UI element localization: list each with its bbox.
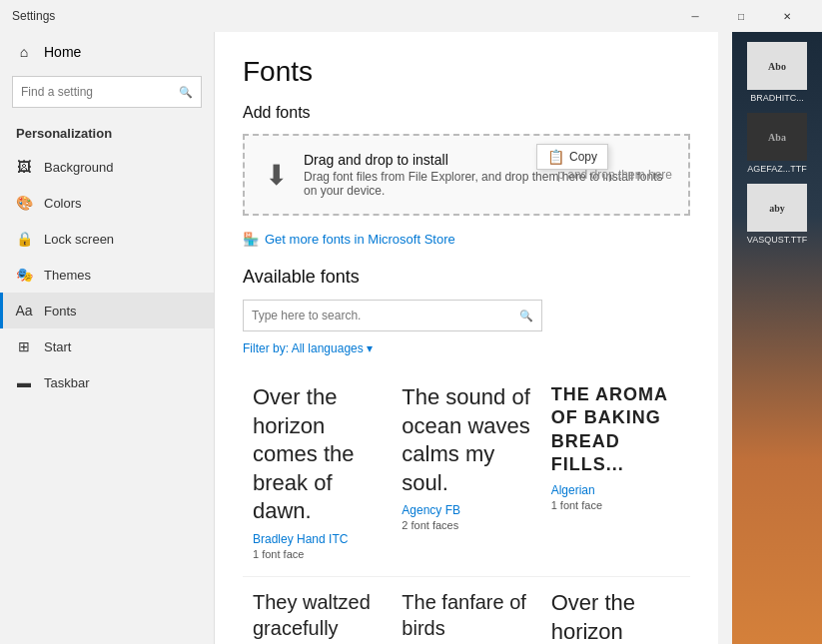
font-preview: Over the horizon comes the break of dawn…: [253, 383, 382, 526]
fonts-search[interactable]: 🔍: [243, 300, 542, 331]
sidebar-section-title: Personalization: [0, 120, 214, 149]
titlebar-controls: ─ □ ✕: [672, 0, 810, 32]
main-content: Fonts Add fonts ⬇ Drag and drop to insta…: [215, 32, 718, 644]
sidebar-item-home[interactable]: ⌂ Home: [0, 32, 214, 72]
desktop-icons: Abo BRADHITC... Aba AGEFAZ...TTF aby VAS…: [742, 42, 812, 245]
font-name: Algerian: [551, 483, 680, 497]
titlebar: Settings ─ □ ✕: [0, 0, 822, 32]
filter-label: Filter by:: [243, 341, 289, 355]
font-preview: They waltzed gracefully through the air.: [253, 589, 382, 644]
fonts-icon: Aa: [16, 303, 32, 319]
copy-label: Copy: [569, 150, 597, 164]
drop-zone-main-text: Drag and drop to install: [304, 152, 668, 168]
background-icon: 🖼: [16, 159, 32, 175]
start-icon: ⊞: [16, 338, 32, 354]
filter-bar: Filter by: All languages ▾: [243, 341, 690, 355]
drop-zone[interactable]: ⬇ Drag and drop to install Drag font fil…: [243, 134, 690, 216]
font-card[interactable]: They waltzed gracefully through the air.…: [243, 577, 392, 644]
page-title: Fonts: [243, 56, 690, 88]
sidebar-item-colors[interactable]: 🎨Colors: [0, 185, 214, 221]
desktop-file-icon[interactable]: aby VASQUST.TTF: [742, 184, 812, 245]
font-card[interactable]: THE AROMA OF BAKING BREAD FILLS... Alger…: [541, 371, 690, 577]
font-card[interactable]: Over the horizon comes the break of dawn…: [243, 371, 392, 577]
add-fonts-title: Add fonts: [243, 104, 690, 122]
filter-value[interactable]: All languages ▾: [292, 341, 373, 355]
sidebar-search-input[interactable]: [21, 85, 179, 99]
font-card[interactable]: The fanfare of birds announces th... Ari…: [392, 577, 540, 644]
fonts-search-input[interactable]: [252, 309, 519, 322]
maximize-button[interactable]: □: [718, 0, 764, 32]
desktop-icon-label: AGEFAZ...TTF: [747, 164, 807, 174]
font-preview: THE AROMA OF BAKING BREAD FILLS...: [551, 383, 680, 477]
drag-drop-icon: ⬇: [265, 159, 288, 192]
lock-screen-icon: 🔒: [16, 231, 32, 247]
desktop-icon-label: VASQUST.TTF: [747, 235, 807, 245]
taskbar-icon: ▬: [16, 374, 32, 390]
sidebar-search[interactable]: 🔍: [12, 76, 202, 108]
desktop-file-icon[interactable]: Abo BRADHITC...: [742, 42, 812, 103]
font-name: Agency FB: [402, 503, 530, 517]
copy-tooltip: 📋 Copy: [536, 144, 608, 170]
desktop-file-icon[interactable]: Aba AGEFAZ...TTF: [742, 113, 812, 174]
font-faces: 1 font face: [253, 548, 382, 560]
store-icon: 🏪: [243, 232, 259, 247]
desktop-strip: Abo BRADHITC... Aba AGEFAZ...TTF aby VAS…: [732, 32, 822, 644]
font-faces: 1 font face: [551, 499, 680, 511]
font-faces: 2 font faces: [402, 519, 530, 531]
desktop-icon-thumb: Abo: [747, 42, 807, 90]
font-card[interactable]: The sound of ocean waves calms my soul. …: [392, 371, 540, 577]
font-card[interactable]: Over the horizon comes the break of dawn…: [541, 577, 690, 644]
minimize-button[interactable]: ─: [672, 0, 718, 32]
desktop-icon-label: BRADHITC...: [750, 93, 804, 103]
scrollbar[interactable]: [718, 32, 732, 644]
themes-icon: 🎭: [16, 267, 32, 283]
search-icon: 🔍: [179, 86, 193, 99]
available-fonts-title: Available fonts: [243, 267, 690, 288]
sidebar-item-label: Themes: [44, 268, 91, 283]
sidebar-item-label: Start: [44, 339, 71, 354]
sidebar-item-label: Colors: [44, 196, 82, 211]
sidebar-item-label: Taskbar: [44, 375, 90, 390]
sidebar-item-taskbar[interactable]: ▬Taskbar: [0, 364, 214, 400]
titlebar-title: Settings: [12, 9, 672, 23]
fonts-grid: Over the horizon comes the break of dawn…: [243, 371, 690, 644]
close-button[interactable]: ✕: [764, 0, 810, 32]
app-container: ⌂ Home 🔍 Personalization 🖼Background🎨Col…: [0, 32, 822, 644]
drop-right-text: p and drop them here: [557, 168, 672, 182]
sidebar-item-background[interactable]: 🖼Background: [0, 149, 214, 185]
home-icon: ⌂: [16, 44, 32, 60]
sidebar-item-start[interactable]: ⊞Start: [0, 328, 214, 364]
copy-icon: 📋: [547, 149, 564, 165]
sidebar-item-label: Lock screen: [44, 232, 114, 247]
sidebar-item-themes[interactable]: 🎭Themes: [0, 257, 214, 293]
sidebar-item-label: Fonts: [44, 304, 77, 319]
desktop-icon-thumb: aby: [747, 184, 807, 232]
store-link[interactable]: 🏪 Get more fonts in Microsoft Store: [243, 232, 690, 247]
font-preview: Over the horizon comes the break of dawn…: [551, 589, 680, 644]
font-preview: The fanfare of birds announces th...: [402, 589, 530, 644]
desktop-icon-thumb: Aba: [747, 113, 807, 161]
font-preview: The sound of ocean waves calms my soul.: [402, 383, 530, 497]
sidebar-items: 🖼Background🎨Colors🔒Lock screen🎭ThemesAaF…: [0, 149, 214, 400]
sidebar-item-label: Background: [44, 160, 113, 175]
home-label: Home: [44, 44, 81, 60]
sidebar: ⌂ Home 🔍 Personalization 🖼Background🎨Col…: [0, 32, 215, 644]
store-link-label: Get more fonts in Microsoft Store: [265, 232, 455, 247]
sidebar-item-lock-screen[interactable]: 🔒Lock screen: [0, 221, 214, 257]
colors-icon: 🎨: [16, 195, 32, 211]
sidebar-item-fonts[interactable]: AaFonts: [0, 293, 214, 328]
font-name: Bradley Hand ITC: [253, 532, 382, 546]
fonts-search-icon: 🔍: [519, 310, 533, 322]
